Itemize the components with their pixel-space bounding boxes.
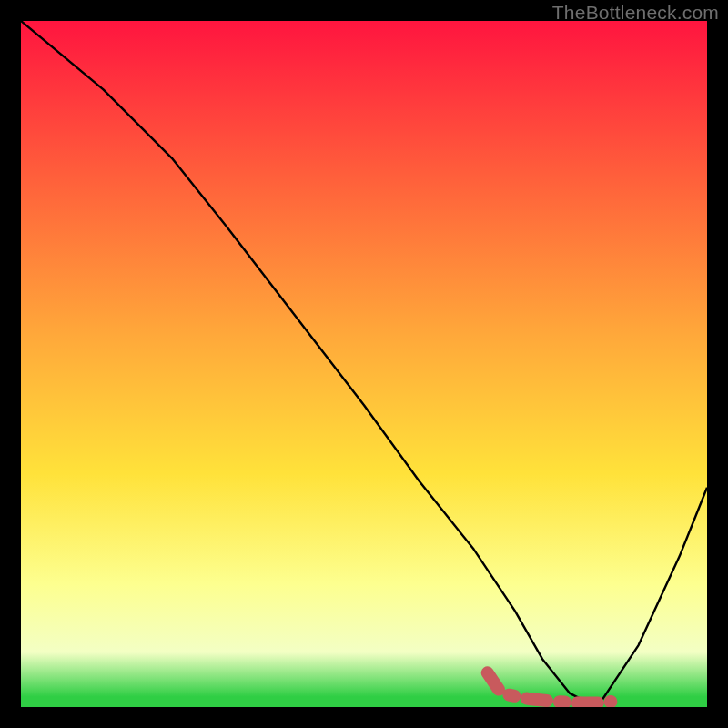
- chart-svg: [21, 21, 707, 707]
- chart-plot-area: [21, 21, 707, 707]
- watermark-text: TheBottleneck.com: [552, 2, 719, 24]
- chart-background: [21, 21, 707, 707]
